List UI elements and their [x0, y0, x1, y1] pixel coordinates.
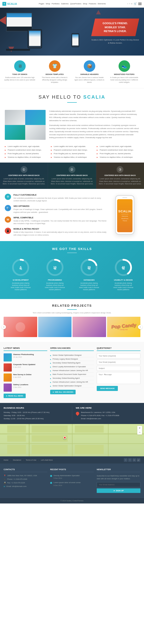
recent-post-1: Directly Administration Specialist 5 Dec…	[50, 474, 94, 479]
cart-icon[interactable]: 🛒	[134, 2, 137, 5]
footer-social-icons: t f in g+	[124, 458, 140, 462]
nav-elements[interactable]: Elements	[98, 3, 106, 5]
nav-pages[interactable]: Pages	[39, 3, 44, 5]
news-date-4: 2 Dec 2014	[13, 386, 28, 388]
news-date-3: 6 Jan 2015	[13, 376, 32, 378]
social-gp-footer[interactable]: g+	[137, 458, 140, 462]
newsletter-text: Subscribe to our MailChimp newsletter an…	[97, 474, 140, 480]
gallery-arrow-right[interactable]: ›	[138, 325, 142, 329]
nav-shop[interactable]: Shop	[46, 3, 50, 5]
see-all-vacancies-button[interactable]: ► SEE ALL VACANCIES	[50, 390, 76, 394]
feature-headers-desc: You can choose from a various header typ…	[73, 76, 106, 83]
bullet-item: ▶Vivamus eu dapibus tellus, et scelerisq…	[51, 155, 93, 159]
bullet-item: ▶Proin fringilla justo eu, laoreet phare…	[5, 152, 47, 155]
social-fb-footer[interactable]: f	[128, 458, 132, 462]
project-thumb-3[interactable]	[72, 317, 106, 337]
business-hours-title: BUSINESS HOURS	[4, 406, 68, 409]
social-tw[interactable]: t	[127, 3, 128, 5]
business-hours-col: BUSINESS HOURS Monday - Friday: 8:00 - 1…	[4, 406, 72, 420]
social-li-footer[interactable]: in	[132, 458, 136, 462]
news-col: LATEST NEWS Glamour Photoshooting 16 Jan…	[4, 347, 47, 398]
feature-seo-icon: 🔍	[5, 205, 11, 211]
project-thumb-1[interactable]	[4, 317, 37, 337]
footer-link-disclaimer[interactable]: Disclaimer	[13, 459, 21, 461]
menu-toggle[interactable]	[138, 3, 141, 5]
project-thumb-2[interactable]	[38, 317, 72, 337]
social-tw-footer[interactable]: t	[124, 458, 127, 462]
message-field[interactable]	[97, 372, 140, 384]
footer-nav-bar: Home • Disclaimer • Terms of Use • Let's…	[0, 456, 144, 464]
vacancy-9: ▶Senior Global Optimization Designer	[50, 384, 94, 388]
feature-footers: 👟 WIDGETIZED FOOTERS In Scalia you have …	[107, 60, 141, 83]
recent-post-dot-1	[50, 475, 52, 477]
vacancies-title: OPEN VACANCIES	[50, 347, 94, 351]
feature-templates-desc: This theme comes with a friends & effici…	[38, 76, 71, 83]
about-body1: Collaboratively administrate empowered m…	[49, 110, 139, 122]
footer-link-home[interactable]: Home	[4, 459, 9, 461]
recent-post-2: Lorem ipsum dolor sit amet conse 5 Dec 2…	[50, 482, 94, 486]
we-are-here-col: WE ARE HERE Beachwood Dr, Lawrence, NY 1…	[72, 406, 141, 420]
social-li[interactable]: in	[131, 3, 132, 5]
bullet-section: ▶Lorem sagittis nisi lorem, eget vulputa…	[0, 144, 144, 162]
hero-section: GOOGLE'S FRIEND. MOBILES' STAR. RETINA'S…	[0, 8, 144, 56]
skill-db-label: DATABASES	[79, 279, 99, 281]
feature-demos-title: TONS OF DEMOS	[4, 73, 36, 76]
related-projects-section: RELATED PROJECTS Term sheet convertible …	[0, 299, 144, 342]
nav-galleries[interactable]: Galleries	[61, 3, 69, 5]
feature-wpml: W WPML COMPATIBLE Scalia is fully WPML /…	[5, 216, 107, 225]
footer-columns: CONTACTS 📍 188th Ave New York, NY 00022,…	[0, 464, 144, 498]
news-title-2: Corporate Terms Updated	[13, 364, 35, 366]
feature-demos-icon: 🖥	[14, 60, 26, 72]
signup-button[interactable]: ► SIGN UP	[97, 488, 140, 493]
feature-seo-title: SEO OPTIMIZED	[14, 205, 107, 207]
nav-portfolios[interactable]: Portfolios	[52, 3, 60, 5]
feature-seo-text: Proper use of headings & image. Clean op…	[14, 208, 107, 214]
nav-right: t f in 🛒	[127, 2, 141, 5]
send-message-button[interactable]: SEND MESSAGE	[97, 386, 118, 391]
map-zoom-in[interactable]: +	[137, 426, 142, 430]
map-zoom-controls: + −	[137, 426, 142, 434]
nav-quickfinders[interactable]: QuickFinders	[70, 3, 81, 5]
map-zoom-out[interactable]: −	[137, 430, 142, 434]
newsletter-input[interactable]	[97, 482, 140, 487]
say-hello-divider	[67, 102, 77, 103]
feature-templates-icon: 👕	[49, 60, 61, 72]
feature-wpml-icon: W	[5, 216, 11, 223]
news-date-1: 16 Jan 2015	[13, 356, 34, 358]
main-nav: S SCALIA Pages Shop Portfolios Galleries…	[0, 0, 144, 8]
phone-mockup-container: SCALIA AwesomeWordPressTheme	[110, 195, 139, 234]
email-field[interactable]	[97, 360, 140, 364]
project-thumb-4[interactable]: Pop Candy Candy Hot	[107, 317, 141, 337]
logo[interactable]: S SCALIA	[3, 2, 17, 6]
email-icon: ✉	[4, 486, 5, 488]
contact-fax-text: Fax: +1 516-479-3225	[7, 482, 25, 484]
nav-features[interactable]: Features	[89, 3, 96, 5]
footer-link-terms[interactable]: Terms of Use	[26, 459, 36, 461]
footer-link-more[interactable]: Let's Add More	[41, 459, 53, 461]
projects-header: RELATED PROJECTS Term sheet convertible …	[4, 304, 140, 314]
news-item-3: New Survey is Online 6 Jan 2015	[4, 374, 47, 382]
read-all-news-button[interactable]: ► READ ALL NEWS	[4, 394, 26, 398]
about-body2: Dramatically maintain clicks-and-mortar …	[49, 124, 139, 139]
phone-tagline: AwesomeWordPressTheme	[121, 215, 128, 222]
feature-customizable: ⚙ FULLY CUSTOMIZABLE Get unlimited possi…	[5, 194, 107, 202]
recent-posts-title: RECENT POSTS	[50, 468, 94, 472]
bullet-item: ▶Proin fringilla justo eu, laoreet phare…	[97, 152, 139, 155]
hero-badge: GOOGLE'S FRIEND. MOBILES' STAR. RETINA'S…	[91, 18, 139, 36]
social-fb[interactable]: f	[129, 3, 130, 5]
recent-post-date-2: 5 Dec 2014	[54, 484, 81, 486]
nav-shop2[interactable]: Shop	[83, 3, 87, 5]
say-hello-text1: SAY HELLO TO	[39, 94, 81, 100]
vacancy-7: ▶Secondary Global Branding Agent	[50, 376, 94, 380]
name-field[interactable]	[97, 353, 140, 358]
gallery-arrow-left[interactable]: ‹	[2, 325, 6, 329]
bullet-item: ▶Vivamus eu dapibus tellus, et scelerisq…	[97, 155, 139, 159]
say-hello-title: SAY HELLO TO SCALIA	[5, 94, 139, 100]
bullet-item: ▶Praesent condimentum lorem diam tempo.	[5, 148, 47, 152]
subject-field[interactable]	[97, 366, 140, 371]
skill-ui-label: UI DEVELOPMENT	[11, 279, 31, 281]
about-section: Collaboratively administrate empowered m…	[0, 109, 144, 144]
panel1-title: CENTERED BOX WITH IMAGE BACK	[3, 174, 45, 176]
skills-section: WE GOT THE SKILLS 5 % UI DEVELOPMENT Acc…	[0, 241, 144, 299]
bullet-item: ▶Lorem sagittis nisi lorem, eget vulputa…	[51, 144, 93, 148]
